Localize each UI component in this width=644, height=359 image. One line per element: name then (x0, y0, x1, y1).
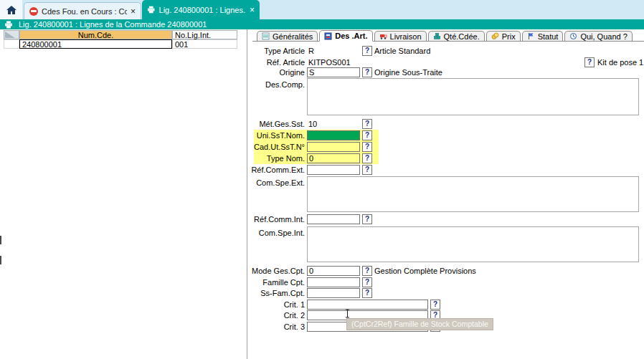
mode-ges-cpt-input[interactable] (307, 266, 360, 276)
detail-tab-strip: Généralités Des .Art. Livraison (252, 30, 644, 42)
field-tooltip: (CptCr2Ref) Famille de Stock Comptable (346, 318, 493, 330)
tab-livraison[interactable]: Livraison (374, 31, 427, 41)
crit-1-label: Crit. 1 (248, 300, 305, 309)
grid-corner-cell[interactable] (4, 30, 19, 39)
help-button[interactable]: ? (362, 67, 372, 77)
row-ref-article: Réf. Article KITPOS001 ? Kit de pose 1 (248, 57, 644, 67)
tab-label: Prix (502, 32, 516, 41)
flag-icon (527, 32, 535, 40)
row-ss-fam-cpt: Ss-Fam.Cpt. ? (248, 288, 644, 298)
help-button[interactable]: ? (362, 142, 372, 152)
com-spe-ext-textarea[interactable] (307, 176, 639, 212)
tab-label: Statut (538, 32, 559, 41)
row-crit-1: Crit. 1 ? (248, 300, 644, 310)
corner-triangle-icon (5, 32, 15, 38)
close-icon[interactable]: × (250, 6, 255, 14)
com-spe-int-textarea[interactable] (307, 226, 639, 262)
origine-input[interactable] (307, 67, 360, 77)
cad-ut-sst-n-input[interactable] (307, 142, 360, 152)
help-button[interactable]: ? (362, 46, 372, 56)
type-nom-input[interactable] (307, 153, 360, 163)
met-ges-sst-label: Mét.Ges.Sst. (248, 120, 305, 128)
help-button[interactable]: ? (362, 130, 372, 140)
tab-qui-quand[interactable]: Qui, Quand ? (564, 31, 632, 41)
help-button[interactable]: ? (362, 266, 372, 276)
com-spe-ext-label: Com.Spe.Ext. (248, 178, 305, 187)
cad-ut-sst-n-label: Cad.Ut.SsT.N° (248, 143, 305, 151)
des-comp-textarea[interactable] (307, 78, 639, 115)
type-nom-label: Type Nom. (248, 154, 305, 163)
tab-des-art[interactable]: Des .Art. (319, 30, 372, 42)
ref-comm-ext-label: Réf.Comm.Ext. (248, 166, 305, 174)
help-button[interactable]: ? (362, 277, 372, 287)
help-button[interactable]: ? (362, 214, 372, 224)
row-met-ges-sst: Mét.Ges.Sst. 10 ? (248, 119, 644, 129)
tab-label: Généralités (273, 32, 313, 41)
uni-sst-nom-label: Uni.SsT.Nom. (248, 131, 305, 140)
tab-label: Cdes Fou. en Cours : Co... (42, 7, 127, 16)
printer-icon (147, 6, 156, 14)
crit-3-label: Crit. 3 (248, 322, 305, 331)
grid-cell-num-cde[interactable]: 240800001 (19, 39, 172, 49)
row-ref-comm-ext: Réf.Comm.Ext. ? (248, 165, 644, 175)
no-entry-icon (29, 7, 38, 16)
printer-icon (4, 21, 13, 29)
help-button[interactable]: ? (362, 119, 372, 129)
tab-statut[interactable]: Statut (522, 31, 564, 41)
mode-ges-cpt-label: Mode Ges.Cpt. (248, 267, 305, 275)
crit-2-label: Crit. 2 (248, 311, 305, 320)
help-button[interactable]: ? (362, 288, 372, 298)
tab-label: Livraison (390, 32, 422, 41)
grid-header-num-cde[interactable]: Num.Cde. (19, 30, 172, 39)
des-comp-label: Des.Comp. (248, 80, 305, 89)
help-button[interactable]: ? (430, 300, 440, 310)
tab-generalites[interactable]: Généralités (257, 31, 318, 41)
type-article-label: Type Article (248, 47, 305, 55)
tab-label: Des .Art. (335, 32, 367, 40)
famille-cpt-label: Famille Cpt. (248, 278, 305, 287)
ss-fam-cpt-label: Ss-Fam.Cpt. (248, 289, 305, 297)
tab-label: Qui, Quand ? (580, 32, 627, 41)
row-uni-sst-nom: Uni.SsT.Nom. ? (248, 130, 644, 140)
grid-header-no-lig-int[interactable]: No.Lig.Int. (172, 30, 237, 39)
close-icon[interactable]: × (131, 7, 136, 16)
mode-ges-cpt-desc: Gestion Complète Provisions (374, 267, 476, 275)
left-edge-scroll-mark (0, 236, 1, 244)
coins-icon (491, 32, 499, 40)
row-type-article: Type Article R ? Article Standard (248, 46, 644, 56)
window-title: Lig. 240800001 : Lignes de la Commande 2… (19, 20, 207, 29)
ss-fam-cpt-input[interactable] (307, 288, 360, 298)
left-edge-scroll-mark (0, 256, 1, 264)
help-button[interactable]: ? (362, 153, 372, 163)
generalites-icon (262, 32, 270, 40)
quantity-icon (433, 32, 441, 40)
origine-label: Origine (248, 68, 305, 77)
help-button[interactable]: ? (584, 57, 595, 67)
origine-desc: Origine Sous-Traite (374, 68, 442, 77)
row-ref-comm-int: Réf.Comm.Int. ? (248, 214, 644, 224)
type-article-value: R (308, 47, 314, 55)
tab-lig-240800001[interactable]: Lig. 240800001 : Lignes... × (142, 0, 260, 19)
crit-1-input[interactable] (307, 300, 428, 310)
tab-qte-cdee[interactable]: Qté.Cdée. (428, 31, 485, 41)
tab-cdes-fou-en-cours[interactable]: Cdes Fou. en Cours : Co... × (24, 2, 141, 19)
window-title-bar: Lig. 240800001 : Lignes de la Commande 2… (0, 19, 644, 29)
ref-comm-ext-input[interactable] (307, 165, 360, 175)
ref-comm-int-input[interactable] (307, 214, 360, 224)
text-cursor-icon (344, 309, 351, 318)
home-button[interactable] (0, 0, 22, 19)
row-cad-ut-sst-n: Cad.Ut.SsT.N° ? (248, 142, 644, 152)
row-mode-ges-cpt: Mode Ges.Cpt. ? Gestion Complète Provisi… (248, 266, 644, 276)
app-window: Cdes Fou. en Cours : Co... × Lig. 240800… (0, 0, 644, 359)
grid-cell-no-lig-int[interactable]: 001 (172, 39, 237, 49)
ref-article-desc: Kit de pose 1 (597, 58, 643, 67)
row-origine: Origine ? Origine Sous-Traite (248, 67, 644, 77)
article-icon (324, 32, 332, 40)
tab-prix[interactable]: Prix (486, 31, 521, 41)
famille-cpt-input[interactable] (307, 277, 360, 287)
uni-sst-nom-input[interactable] (307, 130, 360, 140)
help-button[interactable]: ? (362, 165, 372, 175)
home-icon (6, 5, 17, 15)
tab-bar: Cdes Fou. en Cours : Co... × Lig. 240800… (0, 0, 644, 19)
ref-article-value: KITPOS001 (308, 58, 351, 67)
